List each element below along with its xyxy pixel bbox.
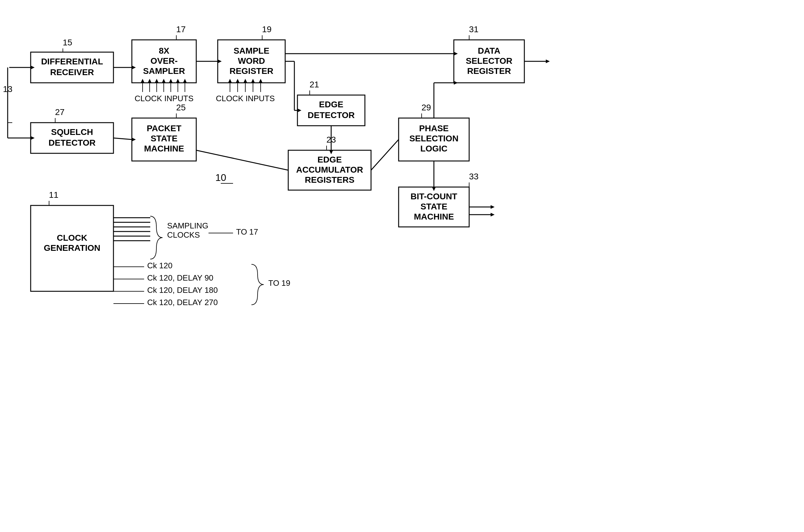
svg-text:DATA: DATA [478,46,500,56]
svg-text:CLOCK: CLOCK [57,233,88,243]
svg-text:29: 29 [421,103,431,112]
svg-text:11: 11 [49,190,58,200]
svg-text:BIT-COUNT: BIT-COUNT [410,192,457,201]
svg-text:DETECTOR: DETECTOR [49,138,96,148]
svg-text:LOGIC: LOGIC [420,144,448,153]
svg-text:STATE: STATE [420,202,447,211]
ck120-label: Ck 120 [147,261,172,270]
svg-text:SAMPLER: SAMPLER [143,66,185,76]
svg-text:MACHINE: MACHINE [144,144,184,153]
to-17-label: TO 17 [236,227,258,236]
to-19-label: TO 19 [268,279,290,288]
svg-text:15: 15 [62,38,72,47]
svg-text:WORD: WORD [238,56,265,65]
svg-text:25: 25 [176,103,186,112]
ck120-d90-label: Ck 120, DELAY 90 [147,273,213,282]
svg-text:33: 33 [469,172,478,181]
svg-text:EDGE: EDGE [318,155,342,164]
svg-text:8X: 8X [159,46,170,56]
svg-text:EDGE: EDGE [319,100,343,109]
svg-text:PACKET: PACKET [147,124,181,133]
svg-text:MACHINE: MACHINE [414,212,454,222]
svg-text:STATE: STATE [151,134,177,143]
diagram-number: 10 [215,172,226,183]
svg-text:DIFFERENTIAL: DIFFERENTIAL [41,57,103,66]
svg-text:19: 19 [262,24,271,34]
svg-text:RECEIVER: RECEIVER [50,68,94,77]
clock-inputs-oversampler-label: CLOCK INPUTS [135,94,193,103]
svg-rect-0 [0,0,804,532]
ck120-d270-label: Ck 120, DELAY 270 [147,298,218,307]
svg-text:REGISTERS: REGISTERS [305,175,355,185]
diagram-container: DIFFERENTIAL RECEIVER 15 8X OVER- SAMPLE… [0,0,804,532]
svg-text:SQUELCH: SQUELCH [51,127,93,137]
ck120-d180-label: Ck 120, DELAY 180 [147,285,218,295]
svg-text:17: 17 [176,24,186,34]
svg-text:SAMPLE: SAMPLE [234,46,270,56]
sampling-clocks-label2: CLOCKS [167,230,200,240]
svg-text:OVER-: OVER- [151,56,178,65]
svg-text:31: 31 [469,24,478,34]
svg-text:21: 21 [309,80,319,89]
svg-text:DETECTOR: DETECTOR [308,110,355,120]
svg-text:27: 27 [55,107,64,117]
clock-inputs-sample-label: CLOCK INPUTS [216,94,275,103]
svg-text:ACCUMULATOR: ACCUMULATOR [296,165,363,174]
svg-text:GENERATION: GENERATION [44,243,100,253]
svg-text:REGISTER: REGISTER [229,66,273,76]
svg-text:PHASE: PHASE [419,124,448,133]
svg-text:SELECTION: SELECTION [409,134,458,143]
sampling-clocks-label: SAMPLING [167,221,208,230]
svg-text:REGISTER: REGISTER [467,66,511,76]
svg-text:SELECTOR: SELECTOR [466,56,512,65]
